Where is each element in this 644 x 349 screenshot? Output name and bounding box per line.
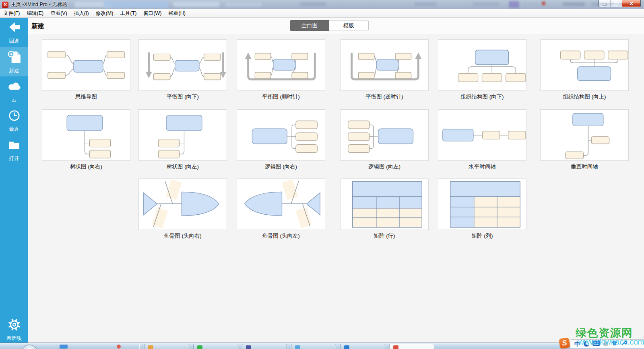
template-thumbnail-balance-down[interactable]: [138, 39, 227, 91]
template-thumbnail-org-up[interactable]: [540, 39, 629, 91]
balance-clockwise-diagram-icon: [237, 40, 325, 90]
template-label: 矩阵 (行): [340, 232, 429, 240]
taskbar[interactable]: [0, 343, 644, 349]
sidebar-item-recent[interactable]: 最近: [0, 106, 28, 135]
template-card-mindmap: 思维导图: [42, 39, 130, 101]
template-thumbnail-balance-counterclockwise[interactable]: [340, 39, 429, 91]
background-window-blur: [225, 2, 262, 6]
watermark-url: www.downace.com: [578, 337, 644, 347]
matrix-col-diagram-icon: [438, 179, 526, 230]
sidebar-item-label: 首选项: [6, 335, 22, 342]
close-button[interactable]: ✕: [622, 0, 641, 7]
taskbar-window-button[interactable]: [291, 344, 336, 349]
template-thumbnail-logic-left[interactable]: [340, 109, 429, 161]
clock-icon: [7, 108, 22, 125]
main-content: 新建 空白图模版 思维导图 平衡图 (向下) 平衡图 (顺时针) 平衡图 (逆时…: [28, 18, 644, 343]
sidebar: 回退新建云最近打开首选项: [0, 18, 28, 343]
template-card-matrix-row: 矩阵 (行): [340, 179, 429, 240]
taskbar-window-button[interactable]: [340, 344, 385, 349]
template-label: 垂直时间轴: [540, 163, 629, 170]
gear-icon: [7, 317, 22, 334]
menubar: 文件(F)编辑(E)查看(V)插入(I)修改(M)工具(T)窗口(W)帮助(H): [0, 9, 644, 18]
template-thumbnail-fishbone-right[interactable]: [138, 179, 227, 230]
sidebar-item-back[interactable]: 回退: [0, 18, 28, 47]
taskbar-separator: [139, 344, 139, 349]
template-label: 平衡图 (向下): [138, 93, 227, 101]
cloud-icon: [6, 79, 22, 95]
sidebar-item-label: 最近: [9, 126, 19, 133]
tree-right-diagram-icon: [42, 110, 130, 160]
template-thumbnail-logic-right[interactable]: [237, 109, 325, 161]
mindmap-diagram-icon: [42, 40, 130, 90]
taskbar-window-button[interactable]: [193, 344, 238, 349]
template-card-fishbone-right: 鱼骨图 (头向右): [138, 179, 227, 240]
template-thumbnail-matrix-row[interactable]: [340, 179, 429, 230]
balance-down-diagram-icon: [139, 40, 227, 90]
sogou-ime-icon[interactable]: S: [559, 337, 570, 349]
tab-template[interactable]: 模版: [329, 20, 369, 31]
template-thumbnail-h-timeline[interactable]: [438, 109, 526, 161]
restore-button[interactable]: [611, 0, 622, 7]
template-thumbnail-org-down[interactable]: [438, 39, 526, 91]
menu-item-1[interactable]: 编辑(E): [23, 9, 47, 18]
template-thumbnail-balance-clockwise[interactable]: [237, 39, 325, 91]
template-label: 思维导图: [42, 93, 130, 101]
template-thumbnail-v-timeline[interactable]: [540, 109, 629, 161]
taskbar-window-icon: [344, 345, 349, 349]
template-card-tree-right: 树状图 (向右): [42, 109, 130, 170]
menu-item-7[interactable]: 帮助(H): [165, 9, 189, 18]
sidebar-item-open[interactable]: 打开: [0, 135, 28, 164]
xmind-app-icon: ✕: [2, 2, 8, 8]
taskbar-window-button[interactable]: [389, 344, 434, 349]
taskbar-window-icon: [246, 345, 251, 349]
logic-left-diagram-icon: [341, 110, 428, 160]
template-label: 组织结构图 (向上): [540, 93, 629, 101]
sidebar-item-cloud[interactable]: 云: [0, 76, 28, 106]
background-window-blur: [415, 2, 437, 6]
template-card-v-timeline: 垂直时间轴: [540, 109, 629, 170]
background-window-blur: [509, 1, 519, 8]
background-red-dot: [542, 2, 545, 5]
taskbar-app-icon[interactable]: [60, 345, 68, 349]
background-window-blur: [104, 1, 168, 8]
v-timeline-diagram-icon: [541, 110, 628, 160]
start-orb[interactable]: [21, 345, 38, 349]
template-card-matrix-col: 矩阵 (列): [438, 179, 526, 240]
sidebar-item-new[interactable]: 新建: [0, 47, 28, 76]
template-thumbnail-matrix-col[interactable]: [438, 179, 526, 230]
sidebar-item-preferences[interactable]: 首选项: [0, 314, 28, 343]
menu-item-4[interactable]: 修改(M): [92, 9, 117, 18]
template-card-org-up: 组织结构图 (向上): [540, 39, 629, 101]
titlebar: ✕ 主页 -XMind Pro - 无标题 ✕: [0, 0, 644, 9]
template-thumbnail-tree-left[interactable]: [138, 109, 227, 161]
menu-item-0[interactable]: 文件(F): [0, 9, 23, 18]
back-arrow-icon: [6, 21, 22, 37]
taskbar-window-button[interactable]: [242, 344, 287, 349]
template-card-logic-right: 逻辑图 (向右): [237, 109, 325, 170]
template-thumbnail-fishbone-left[interactable]: [237, 179, 325, 230]
template-label: 鱼骨图 (头向左): [237, 232, 325, 240]
menu-item-3[interactable]: 插入(I): [70, 9, 92, 18]
template-card-logic-left: 逻辑图 (向左): [340, 109, 429, 170]
sidebar-item-label: 云: [12, 96, 17, 103]
background-window-blur: [473, 2, 499, 6]
menu-item-2[interactable]: 查看(V): [47, 9, 71, 18]
tree-left-diagram-icon: [139, 110, 227, 160]
taskbar-window-button[interactable]: [144, 344, 189, 349]
tab-blank[interactable]: 空白图: [290, 20, 329, 31]
fishbone-right-diagram-icon: [139, 179, 227, 230]
template-label: 树状图 (向左): [138, 163, 227, 170]
background-window-blur: [173, 2, 219, 7]
minimize-button[interactable]: [599, 0, 611, 7]
menu-item-6[interactable]: 窗口(W): [140, 9, 165, 18]
logic-right-diagram-icon: [237, 110, 325, 160]
template-label: 平衡图 (逆时针): [340, 93, 429, 101]
taskbar-app-icon[interactable]: [117, 345, 121, 349]
template-thumbnail-tree-right[interactable]: [42, 109, 130, 161]
template-card-tree-left: 树状图 (向左): [138, 109, 227, 170]
folder-icon: [6, 138, 22, 154]
background-window-blur: [300, 2, 326, 6]
menu-item-5[interactable]: 工具(T): [117, 9, 140, 18]
template-thumbnail-mindmap[interactable]: [42, 39, 130, 91]
sidebar-item-label: 新建: [9, 68, 19, 74]
